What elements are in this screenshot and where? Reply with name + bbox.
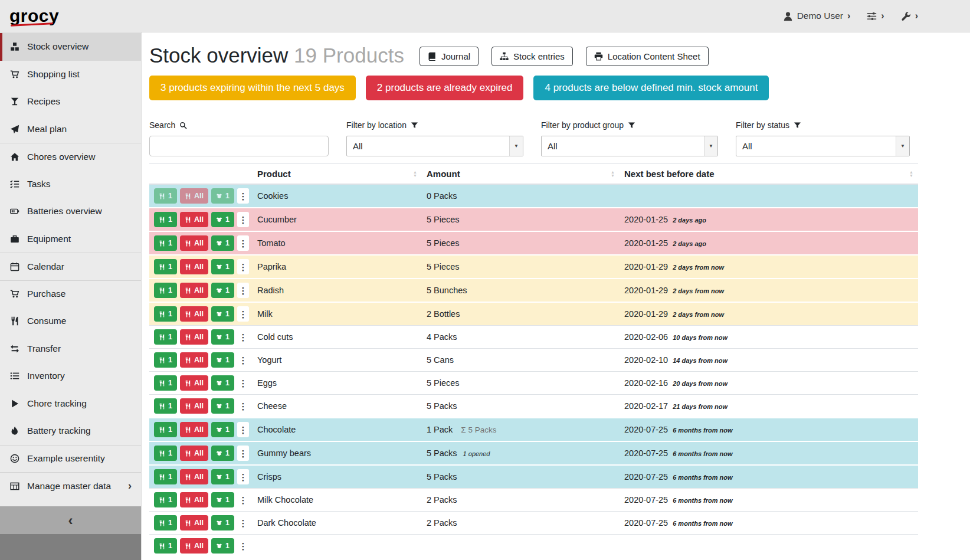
sidebar-item-inventory[interactable]: Inventory	[0, 362, 141, 390]
row-menu-button[interactable]: ⋮	[237, 283, 249, 298]
search-input[interactable]	[149, 136, 329, 156]
consume-all-button[interactable]: All	[180, 352, 208, 368]
sidebar-item-stock-overview[interactable]: Stock overview	[0, 33, 141, 61]
product-group-filter-select[interactable]: All ▼	[541, 136, 718, 156]
journal-button[interactable]: Journal	[420, 47, 479, 66]
consume-one-button[interactable]: 1	[154, 235, 177, 251]
sidebar-collapse-button[interactable]: ‹	[0, 506, 141, 534]
user-menu[interactable]: Demo User ›	[783, 11, 851, 21]
open-one-button[interactable]: 1	[211, 188, 234, 204]
open-one-button[interactable]: 1	[211, 538, 234, 554]
open-one-button[interactable]: 1	[211, 259, 234, 274]
row-menu-button[interactable]: ⋮	[237, 212, 249, 227]
open-one-button[interactable]: 1	[211, 283, 234, 298]
row-menu-button[interactable]: ⋮	[237, 469, 249, 484]
consume-all-button[interactable]: All	[180, 492, 208, 507]
sidebar-item-example-userentity[interactable]: Example userentity	[0, 445, 141, 473]
row-menu-button[interactable]: ⋮	[237, 235, 249, 251]
open-one-button[interactable]: 1	[211, 375, 234, 391]
column-header-amount[interactable]: Amount ▲▼	[422, 164, 620, 185]
sidebar-item-meal-plan[interactable]: Meal plan	[0, 116, 141, 143]
sort-icon[interactable]: ▲▼	[413, 171, 417, 178]
consume-one-button[interactable]: 1	[154, 212, 177, 227]
consume-one-button[interactable]: 1	[154, 188, 177, 204]
row-menu-button[interactable]: ⋮	[237, 422, 249, 437]
row-menu-button[interactable]: ⋮	[237, 446, 249, 461]
consume-all-button[interactable]: All	[180, 283, 208, 298]
row-menu-button[interactable]: ⋮	[237, 515, 249, 530]
consume-one-button[interactable]: 1	[154, 259, 177, 274]
sort-icon[interactable]: ▲▼	[909, 171, 913, 178]
consume-one-button[interactable]: 1	[154, 469, 177, 484]
row-menu-button[interactable]: ⋮	[237, 492, 249, 507]
sidebar-item-chore-tracking[interactable]: Chore tracking	[0, 390, 141, 418]
settings-menu[interactable]: ›	[867, 11, 884, 21]
sidebar-item-recipes[interactable]: Recipes	[0, 88, 141, 116]
row-menu-button[interactable]: ⋮	[237, 352, 249, 368]
sidebar-item-consume[interactable]: Consume	[0, 307, 141, 335]
open-one-button[interactable]: 1	[211, 446, 234, 461]
expiring-banner[interactable]: 3 products expiring within the next 5 da…	[149, 76, 356, 100]
row-menu-button[interactable]: ⋮	[237, 538, 249, 554]
status-filter-select[interactable]: All ▼	[736, 136, 910, 156]
row-menu-button[interactable]: ⋮	[237, 259, 249, 274]
column-header-next-best-before-date[interactable]: Next best before date ▲▼	[620, 164, 918, 185]
sidebar-item-batteries-overview[interactable]: Batteries overview	[0, 198, 141, 225]
sidebar-item-calendar[interactable]: Calendar	[0, 253, 141, 280]
app-logo[interactable]: grocy	[9, 7, 59, 25]
column-header-product[interactable]: Product ▲▼	[253, 164, 422, 185]
open-one-button[interactable]: 1	[211, 469, 234, 484]
sidebar-item-purchase[interactable]: Purchase	[0, 280, 141, 308]
admin-menu[interactable]: ›	[901, 11, 918, 21]
consume-all-button[interactable]: All	[180, 188, 208, 204]
consume-one-button[interactable]: 1	[154, 515, 177, 530]
sidebar-item-shopping-list[interactable]: Shopping list	[0, 61, 141, 89]
row-menu-button[interactable]: ⋮	[237, 375, 249, 391]
row-menu-button[interactable]: ⋮	[237, 398, 249, 414]
sidebar-item-chores-overview[interactable]: Chores overview	[0, 143, 141, 171]
consume-all-button[interactable]: All	[180, 375, 208, 391]
consume-one-button[interactable]: 1	[154, 398, 177, 414]
consume-one-button[interactable]: 1	[154, 329, 177, 345]
location-content-sheet-button[interactable]: Location Content Sheet	[586, 47, 709, 66]
location-filter-select[interactable]: All ▼	[346, 136, 523, 156]
sidebar-item-equipment[interactable]: Equipment	[0, 225, 141, 253]
stock-entries-button[interactable]: Stock entries	[491, 47, 573, 66]
row-menu-button[interactable]: ⋮	[237, 329, 249, 345]
below-min-stock-banner[interactable]: 4 products are below defined min. stock …	[533, 76, 769, 100]
consume-one-button[interactable]: 1	[154, 283, 177, 298]
expired-banner[interactable]: 2 products are already expired	[366, 76, 524, 100]
open-one-button[interactable]: 1	[211, 212, 234, 227]
consume-one-button[interactable]: 1	[154, 422, 177, 437]
open-one-button[interactable]: 1	[211, 329, 234, 345]
sidebar-item-tasks[interactable]: Tasks	[0, 171, 141, 198]
consume-all-button[interactable]: All	[180, 446, 208, 461]
consume-all-button[interactable]: All	[180, 235, 208, 251]
row-menu-button[interactable]: ⋮	[237, 306, 249, 322]
open-one-button[interactable]: 1	[211, 306, 234, 322]
consume-all-button[interactable]: All	[180, 515, 208, 530]
sort-icon[interactable]: ▲▼	[611, 171, 615, 178]
consume-all-button[interactable]: All	[180, 259, 208, 274]
sidebar-item-transfer[interactable]: Transfer	[0, 335, 141, 363]
open-one-button[interactable]: 1	[211, 492, 234, 507]
consume-all-button[interactable]: All	[180, 398, 208, 414]
consume-all-button[interactable]: All	[180, 469, 208, 484]
open-one-button[interactable]: 1	[211, 235, 234, 251]
open-one-button[interactable]: 1	[211, 515, 234, 530]
row-menu-button[interactable]: ⋮	[237, 188, 249, 204]
consume-one-button[interactable]: 1	[154, 492, 177, 507]
sidebar-item-battery-tracking[interactable]: Battery tracking	[0, 417, 141, 445]
open-one-button[interactable]: 1	[211, 398, 234, 414]
consume-one-button[interactable]: 1	[154, 538, 177, 554]
open-one-button[interactable]: 1	[211, 352, 234, 368]
consume-one-button[interactable]: 1	[154, 306, 177, 322]
open-one-button[interactable]: 1	[211, 422, 234, 437]
consume-all-button[interactable]: All	[180, 212, 208, 227]
consume-one-button[interactable]: 1	[154, 375, 177, 391]
consume-all-button[interactable]: All	[180, 538, 208, 554]
consume-all-button[interactable]: All	[180, 422, 208, 437]
consume-one-button[interactable]: 1	[154, 352, 177, 368]
consume-all-button[interactable]: All	[180, 306, 208, 322]
sidebar-item-manage-master-data[interactable]: Manage master data›	[0, 472, 141, 500]
